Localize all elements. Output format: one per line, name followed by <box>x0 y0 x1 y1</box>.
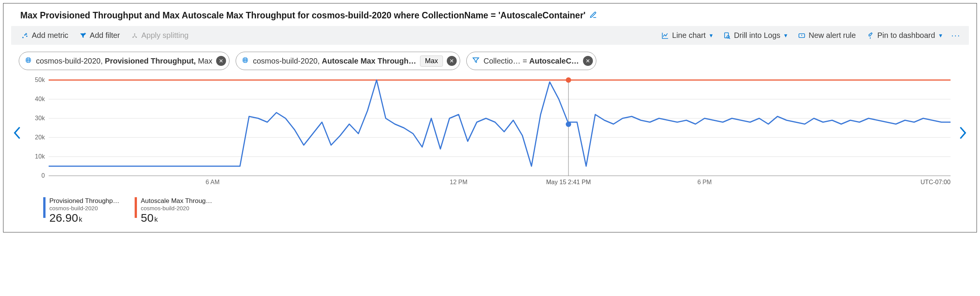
add-metric-button[interactable]: Add metric <box>16 29 73 42</box>
add-metric-label: Add metric <box>32 31 68 40</box>
legend-color-swatch <box>43 197 46 218</box>
filter-text: Collectio… = AutoscaleC… <box>483 57 579 65</box>
svg-text:May 15 2:41 PM: May 15 2:41 PM <box>546 178 591 185</box>
legend-resource: cosmos-build-2020 <box>49 205 119 211</box>
svg-text:20k: 20k <box>35 134 45 141</box>
page-title: Max Provisioned Throughput and Max Autos… <box>20 10 586 21</box>
svg-text:0: 0 <box>41 172 45 179</box>
more-button[interactable]: ··· <box>948 31 964 41</box>
svg-text:40k: 40k <box>35 95 45 102</box>
remove-pill-icon[interactable]: ✕ <box>216 56 226 66</box>
line-chart-icon <box>661 32 669 39</box>
svg-point-32 <box>566 77 571 83</box>
svg-point-1 <box>24 34 25 35</box>
svg-text:6 PM: 6 PM <box>697 178 711 185</box>
chevron-down-icon: ▾ <box>710 32 713 39</box>
cosmos-icon <box>24 56 32 66</box>
pill-text: cosmos-build-2020, Autoscale Max Through… <box>253 57 416 65</box>
pin-button[interactable]: Pin to dashboard ▾ <box>862 29 946 42</box>
svg-text:6 AM: 6 AM <box>206 178 220 185</box>
pin-label: Pin to dashboard <box>877 31 935 40</box>
legend-value: 50k <box>141 211 212 224</box>
alert-icon <box>798 32 806 39</box>
remove-pill-icon[interactable]: ✕ <box>583 56 593 66</box>
chevron-down-icon: ▾ <box>939 32 942 39</box>
apply-splitting-label: Apply splitting <box>142 31 189 40</box>
legend-metric-name: Provisioned Throughp… <box>49 197 119 205</box>
edit-title-icon[interactable] <box>589 11 597 20</box>
svg-point-2 <box>26 36 27 37</box>
chart[interactable]: 50k40k30k20k10k06 AM12 PM6 PMUTC-07:00Ma… <box>26 76 954 193</box>
legend-item-autoscale[interactable]: Autoscale Max Throug… cosmos-build-2020 … <box>135 197 212 224</box>
pin-icon <box>866 32 874 39</box>
next-time-button[interactable] <box>957 126 969 143</box>
metric-pill-row: cosmos-build-2020, Provisioned Throughpu… <box>11 45 969 70</box>
legend-resource: cosmos-build-2020 <box>141 205 212 211</box>
legend: Provisioned Throughp… cosmos-build-2020 … <box>11 193 969 224</box>
new-alert-label: New alert rule <box>809 31 856 40</box>
remove-pill-icon[interactable]: ✕ <box>447 56 457 66</box>
metric-pill-autoscale[interactable]: cosmos-build-2020, Autoscale Max Through… <box>236 52 460 70</box>
add-metric-icon <box>21 32 29 39</box>
add-filter-button[interactable]: Add filter <box>75 29 125 42</box>
legend-item-provisioned[interactable]: Provisioned Throughp… cosmos-build-2020 … <box>43 197 119 224</box>
svg-text:50k: 50k <box>35 76 45 83</box>
svg-text:30k: 30k <box>35 114 45 121</box>
filter-pill[interactable]: Collectio… = AutoscaleC… ✕ <box>466 52 596 70</box>
chevron-down-icon: ▾ <box>784 32 787 39</box>
filter-icon <box>472 56 480 66</box>
prev-time-button[interactable] <box>11 126 23 143</box>
apply-splitting-button: Apply splitting <box>126 29 193 42</box>
pill-text: cosmos-build-2020, Provisioned Throughpu… <box>36 57 212 65</box>
new-alert-button[interactable]: New alert rule <box>793 29 860 42</box>
chart-zone: 50k40k30k20k10k06 AM12 PM6 PMUTC-07:00Ma… <box>11 70 969 193</box>
chart-svg[interactable]: 50k40k30k20k10k06 AM12 PM6 PMUTC-07:00Ma… <box>26 76 954 191</box>
drill-logs-label: Drill into Logs <box>734 31 780 40</box>
toolbar: Add metric Add filter Apply splitting <box>11 26 969 45</box>
drill-logs-icon <box>723 32 731 39</box>
legend-metric-name: Autoscale Max Throug… <box>141 197 212 205</box>
apply-splitting-icon <box>131 32 138 39</box>
cosmos-icon <box>241 56 249 66</box>
aggregation-chip[interactable]: Max <box>420 56 443 67</box>
add-filter-icon <box>79 32 87 39</box>
chart-type-label: Line chart <box>672 31 706 40</box>
svg-point-0 <box>22 37 23 38</box>
svg-rect-6 <box>724 33 728 38</box>
legend-color-swatch <box>135 197 137 218</box>
chart-type-button[interactable]: Line chart ▾ <box>657 29 717 42</box>
svg-text:10k: 10k <box>35 153 45 160</box>
drill-logs-button[interactable]: Drill into Logs ▾ <box>719 29 792 42</box>
legend-value: 26.90k <box>49 211 119 224</box>
svg-point-5 <box>134 33 135 34</box>
svg-point-33 <box>566 122 571 127</box>
title-row: Max Provisioned Throughput and Max Autos… <box>11 8 969 26</box>
add-filter-label: Add filter <box>90 31 120 40</box>
svg-text:UTC-07:00: UTC-07:00 <box>921 178 951 185</box>
svg-text:12 PM: 12 PM <box>450 178 467 185</box>
metric-pill-provisioned[interactable]: cosmos-build-2020, Provisioned Throughpu… <box>19 52 230 70</box>
metrics-panel: Max Provisioned Throughput and Max Autos… <box>3 3 977 232</box>
